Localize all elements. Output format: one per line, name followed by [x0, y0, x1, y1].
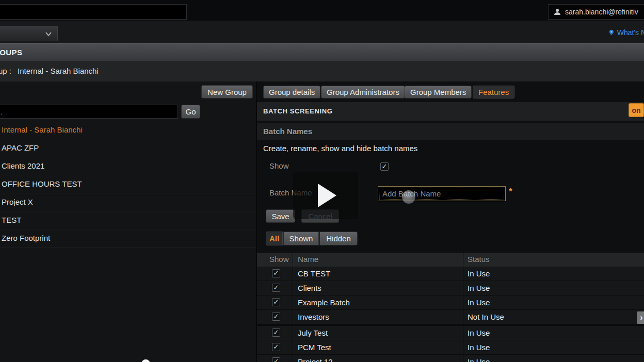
filter-hidden[interactable]: Hidden — [319, 232, 358, 245]
batch-name: CB TEST — [293, 267, 463, 281]
tab-group-members[interactable]: Group Members — [405, 86, 472, 98]
tab-group-administrators[interactable]: Group Administrators — [321, 86, 405, 98]
batch-names-section-header: Batch Names — [257, 123, 644, 140]
person-icon — [554, 8, 561, 15]
batch-status: In Use — [463, 267, 644, 281]
batch-status: In Use — [463, 281, 644, 295]
save-button[interactable]: Save — [266, 209, 295, 223]
check-icon: ✓ — [273, 357, 279, 362]
whats-new-link[interactable]: ? What's New — [609, 26, 644, 39]
group-list-item[interactable]: Clients 2021 — [0, 157, 256, 175]
breadcrumb-value: Internal - Sarah Bianchi — [18, 67, 99, 75]
batch-name: Project 12 — [293, 355, 463, 362]
batch-name: July Test — [293, 326, 463, 340]
nav-bar — [0, 21, 644, 43]
check-icon: ✓ — [382, 162, 388, 170]
batch-name: Clients — [293, 281, 463, 295]
column-header-name: Name — [293, 253, 463, 267]
whats-new-label: What's New — [617, 28, 644, 37]
batch-status: Not In Use — [463, 310, 644, 324]
table-row[interactable]: ✓ July Test In Use — [257, 326, 644, 340]
batch-screening-header: BATCH SCREENING — [257, 102, 644, 121]
group-list-item[interactable]: OFFICE HOURS TEST — [0, 175, 256, 193]
table-row[interactable]: ✓ Example Batch In Use — [257, 295, 644, 310]
group-search-input[interactable] — [0, 105, 178, 119]
svg-text:?: ? — [610, 30, 613, 34]
lightbulb-icon: ? — [609, 28, 614, 37]
row-checkbox[interactable]: ✓ — [272, 328, 280, 337]
table-row[interactable]: ✓ PCM Test In Use — [257, 340, 644, 355]
redacted-logo-area — [0, 4, 187, 20]
batch-name: PCM Test — [293, 340, 463, 354]
batch-names-description: Create, rename, show and hide batch name… — [263, 144, 417, 153]
column-header-status: Status — [463, 253, 644, 267]
group-list-item[interactable]: Zero Footprint — [0, 229, 256, 248]
group-list-item[interactable]: APAC ZFP — [0, 139, 256, 157]
group-list-item[interactable]: Project X — [0, 193, 256, 211]
row-checkbox[interactable]: ✓ — [272, 284, 280, 292]
filter-shown[interactable]: Shown — [283, 232, 319, 245]
tab-features-active[interactable]: Features — [473, 86, 514, 98]
check-icon: ✓ — [273, 328, 279, 336]
page-title: GROUPS — [0, 44, 22, 61]
chevron-right-icon: › — [640, 313, 642, 322]
user-account-chip[interactable]: sarah.bianchi@refinitiv — [548, 4, 644, 20]
user-email: sarah.bianchi@refinitiv — [565, 8, 638, 16]
new-group-button[interactable]: New Group — [201, 85, 253, 98]
chevron-down-icon — [45, 31, 52, 37]
batch-name-input[interactable] — [378, 186, 506, 201]
search-go-button[interactable]: Go — [181, 105, 200, 119]
row-expand-chevron-button[interactable]: › — [637, 311, 644, 324]
table-row[interactable]: ✓ CB TEST In Use — [257, 267, 644, 281]
row-checkbox[interactable]: ✓ — [272, 298, 280, 306]
table-row[interactable]: ✓ Clients In Use — [257, 281, 644, 295]
page-header: GROUPS — [0, 43, 644, 61]
show-field-label: Show — [269, 161, 289, 170]
batch-status: In Use — [463, 340, 644, 354]
check-icon: ✓ — [273, 343, 279, 351]
batch-name: Investors — [293, 310, 463, 324]
app-window: sarah.bianchi@refinitiv ? What's New GRO… — [0, 0, 644, 362]
batch-name: Example Batch — [293, 295, 463, 309]
table-header: Show Name Status — [257, 253, 644, 267]
batch-status: In Use — [463, 295, 644, 309]
group-list: Internal - Sarah Bianchi APAC ZFP Client… — [0, 121, 256, 248]
group-list-item[interactable]: TEST — [0, 211, 256, 229]
row-checkbox[interactable]: ✓ — [272, 357, 280, 362]
top-bar: sarah.bianchi@refinitiv — [0, 0, 644, 21]
table-row[interactable]: ✓ Project 12 In Use — [257, 355, 644, 362]
play-icon — [318, 184, 336, 207]
tab-group-details[interactable]: Group details — [263, 86, 320, 98]
row-checkbox[interactable]: ✓ — [272, 269, 280, 277]
required-asterisk: * — [509, 187, 512, 197]
group-list-item-selected[interactable]: Internal - Sarah Bianchi — [0, 121, 256, 139]
batch-status: In Use — [463, 326, 644, 340]
batch-status: In Use — [463, 355, 644, 362]
check-icon: ✓ — [273, 284, 279, 291]
row-checkbox[interactable]: ✓ — [272, 312, 280, 321]
table-row[interactable]: ✓ Investors Not In Use — [257, 310, 644, 324]
batch-screening-on-toggle[interactable]: on — [629, 103, 644, 117]
video-play-overlay[interactable] — [293, 172, 358, 219]
check-icon: ✓ — [273, 269, 279, 277]
check-icon: ✓ — [273, 312, 279, 320]
row-checkbox[interactable]: ✓ — [272, 343, 280, 351]
filter-all-active[interactable]: All — [266, 232, 283, 245]
breadcrumb-label: Group : — [0, 67, 11, 75]
nav-dropdown[interactable] — [0, 26, 58, 41]
column-header-show: Show — [257, 253, 293, 267]
show-checkbox[interactable]: ✓ — [380, 162, 389, 171]
breadcrumb: Group :Internal - Sarah Bianchi — [0, 61, 644, 81]
batch-screening-title: BATCH SCREENING — [263, 102, 332, 121]
batch-names-title: Batch Names — [263, 123, 312, 140]
check-icon: ✓ — [273, 298, 279, 306]
